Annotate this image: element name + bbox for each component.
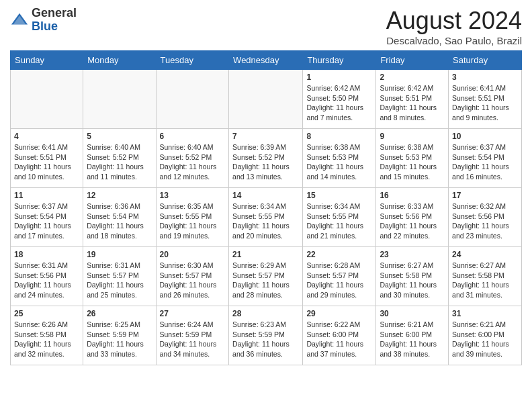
day-number: 23 bbox=[380, 250, 445, 259]
day-info-line: Daylight: 11 hours bbox=[306, 163, 363, 171]
day-info: Sunrise: 6:34 AMSunset: 5:55 PMDaylight:… bbox=[232, 201, 299, 241]
day-info-line: Sunset: 5:50 PM bbox=[306, 94, 359, 102]
weekday-header-wednesday: Wednesday bbox=[229, 51, 303, 70]
calendar-cell: 23Sunrise: 6:27 AMSunset: 5:58 PMDayligh… bbox=[376, 247, 449, 306]
day-info-line: Sunset: 5:56 PM bbox=[380, 212, 432, 220]
day-info-line: Sunset: 6:00 PM bbox=[452, 330, 504, 338]
day-number: 7 bbox=[232, 132, 299, 141]
calendar-cell: 5Sunrise: 6:40 AMSunset: 5:52 PMDaylight… bbox=[83, 129, 156, 188]
calendar-cell: 24Sunrise: 6:27 AMSunset: 5:58 PMDayligh… bbox=[449, 247, 522, 306]
day-info: Sunrise: 6:38 AMSunset: 5:53 PMDaylight:… bbox=[306, 142, 372, 182]
day-info-line: Daylight: 11 hours bbox=[452, 163, 509, 171]
day-info-line: Sunrise: 6:27 AM bbox=[380, 261, 433, 269]
day-info-line: Sunrise: 6:29 AM bbox=[232, 261, 286, 269]
day-info-line: and 36 minutes. bbox=[232, 350, 283, 358]
day-info-line: Sunrise: 6:32 AM bbox=[452, 202, 506, 210]
day-info: Sunrise: 6:35 AMSunset: 5:55 PMDaylight:… bbox=[160, 201, 226, 241]
day-info: Sunrise: 6:42 AMSunset: 5:50 PMDaylight:… bbox=[306, 83, 372, 123]
day-info-line: and 10 minutes. bbox=[14, 173, 64, 181]
calendar-cell: 20Sunrise: 6:30 AMSunset: 5:57 PMDayligh… bbox=[156, 247, 229, 306]
day-number: 12 bbox=[87, 191, 152, 200]
calendar-cell: 29Sunrise: 6:22 AMSunset: 6:00 PMDayligh… bbox=[303, 306, 376, 365]
calendar-cell: 26Sunrise: 6:25 AMSunset: 5:59 PMDayligh… bbox=[83, 306, 156, 365]
day-info-line: Sunset: 5:58 PM bbox=[452, 271, 504, 279]
day-info-line: Daylight: 11 hours bbox=[380, 103, 437, 111]
day-info-line: Sunrise: 6:37 AM bbox=[14, 202, 68, 210]
day-info-line: Sunset: 6:00 PM bbox=[306, 330, 359, 338]
calendar-cell: 1Sunrise: 6:42 AMSunset: 5:50 PMDaylight… bbox=[303, 70, 376, 129]
day-info-line: and 13 minutes. bbox=[232, 173, 283, 181]
day-info: Sunrise: 6:25 AMSunset: 5:59 PMDaylight:… bbox=[87, 320, 152, 359]
day-number: 25 bbox=[14, 309, 79, 318]
calendar-cell: 4Sunrise: 6:41 AMSunset: 5:51 PMDaylight… bbox=[11, 129, 83, 188]
day-info-line: Daylight: 11 hours bbox=[160, 281, 217, 289]
day-info-line: Sunset: 5:53 PM bbox=[306, 153, 359, 161]
day-info-line: Sunrise: 6:27 AM bbox=[452, 261, 506, 269]
day-number: 21 bbox=[232, 250, 299, 259]
weekday-header-monday: Monday bbox=[83, 51, 156, 70]
logo-text: General Blue bbox=[32, 7, 77, 34]
day-info-line: Sunset: 5:51 PM bbox=[452, 94, 504, 102]
weekday-header-saturday: Saturday bbox=[449, 51, 522, 70]
day-info-line: and 37 minutes. bbox=[306, 350, 357, 358]
day-number: 17 bbox=[452, 191, 518, 200]
page-header: General Blue August 2024 Descalvado, Sao… bbox=[10, 7, 522, 46]
day-info-line: Daylight: 11 hours bbox=[232, 222, 290, 230]
calendar-table: SundayMondayTuesdayWednesdayThursdayFrid… bbox=[10, 50, 522, 365]
week-row-5: 25Sunrise: 6:26 AMSunset: 5:58 PMDayligh… bbox=[11, 306, 522, 365]
day-info-line: Daylight: 11 hours bbox=[87, 222, 144, 230]
day-info-line: Daylight: 11 hours bbox=[380, 340, 437, 348]
day-info-line: Sunset: 5:56 PM bbox=[14, 271, 66, 279]
weekday-header-thursday: Thursday bbox=[303, 51, 376, 70]
day-info: Sunrise: 6:21 AMSunset: 6:00 PMDaylight:… bbox=[380, 320, 445, 359]
day-info-line: Sunrise: 6:26 AM bbox=[14, 320, 68, 328]
weekday-header-sunday: Sunday bbox=[11, 51, 83, 70]
day-info: Sunrise: 6:39 AMSunset: 5:52 PMDaylight:… bbox=[232, 142, 299, 182]
title-block: August 2024 Descalvado, Sao Paulo, Brazi… bbox=[386, 7, 522, 46]
day-info-line: and 16 minutes. bbox=[452, 173, 502, 181]
day-info-line: and 12 minutes. bbox=[160, 173, 210, 181]
day-info: Sunrise: 6:36 AMSunset: 5:54 PMDaylight:… bbox=[87, 201, 152, 241]
day-info: Sunrise: 6:23 AMSunset: 5:59 PMDaylight:… bbox=[232, 320, 299, 359]
day-info-line: Sunrise: 6:39 AM bbox=[232, 143, 286, 151]
day-info-line: Daylight: 11 hours bbox=[380, 281, 437, 289]
calendar-cell: 31Sunrise: 6:21 AMSunset: 6:00 PMDayligh… bbox=[449, 306, 522, 365]
day-info-line: Daylight: 11 hours bbox=[14, 281, 71, 289]
day-info-line: and 17 minutes. bbox=[14, 232, 64, 240]
calendar-cell: 27Sunrise: 6:24 AMSunset: 5:59 PMDayligh… bbox=[156, 306, 229, 365]
day-info-line: Sunset: 5:57 PM bbox=[232, 271, 285, 279]
day-info-line: Daylight: 11 hours bbox=[160, 340, 217, 348]
day-info-line: Sunset: 5:58 PM bbox=[380, 271, 432, 279]
day-info: Sunrise: 6:24 AMSunset: 5:59 PMDaylight:… bbox=[160, 320, 226, 359]
day-info-line: Sunrise: 6:31 AM bbox=[87, 261, 140, 269]
day-number: 22 bbox=[306, 250, 372, 259]
day-info-line: Sunrise: 6:23 AM bbox=[232, 320, 286, 328]
day-info-line: Sunset: 5:51 PM bbox=[380, 94, 432, 102]
day-info-line: Daylight: 11 hours bbox=[452, 340, 509, 348]
day-info: Sunrise: 6:21 AMSunset: 6:00 PMDaylight:… bbox=[452, 320, 518, 359]
day-number: 11 bbox=[14, 191, 79, 200]
day-info-line: Sunrise: 6:22 AM bbox=[306, 320, 360, 328]
calendar-cell bbox=[83, 70, 156, 129]
day-info-line: Sunrise: 6:40 AM bbox=[87, 143, 140, 151]
calendar-cell: 12Sunrise: 6:36 AMSunset: 5:54 PMDayligh… bbox=[83, 188, 156, 247]
day-info-line: Sunset: 5:54 PM bbox=[452, 153, 504, 161]
day-info-line: Sunset: 5:55 PM bbox=[232, 212, 285, 220]
calendar-cell: 25Sunrise: 6:26 AMSunset: 5:58 PMDayligh… bbox=[11, 306, 83, 365]
day-number: 1 bbox=[306, 73, 372, 82]
day-info-line: Sunrise: 6:40 AM bbox=[160, 143, 214, 151]
day-info-line: Sunset: 5:59 PM bbox=[232, 330, 285, 338]
weekday-header-friday: Friday bbox=[376, 51, 449, 70]
day-info-line: and 32 minutes. bbox=[14, 350, 64, 358]
calendar-cell: 3Sunrise: 6:41 AMSunset: 5:51 PMDaylight… bbox=[449, 70, 522, 129]
day-info-line: Daylight: 11 hours bbox=[306, 340, 363, 348]
day-info-line: Sunrise: 6:36 AM bbox=[87, 202, 140, 210]
calendar-cell: 15Sunrise: 6:34 AMSunset: 5:55 PMDayligh… bbox=[303, 188, 376, 247]
day-info-line: and 18 minutes. bbox=[87, 232, 137, 240]
day-number: 26 bbox=[87, 309, 152, 318]
calendar-cell: 10Sunrise: 6:37 AMSunset: 5:54 PMDayligh… bbox=[449, 129, 522, 188]
day-info-line: Daylight: 11 hours bbox=[380, 163, 437, 171]
calendar-cell: 13Sunrise: 6:35 AMSunset: 5:55 PMDayligh… bbox=[156, 188, 229, 247]
day-info-line: Sunset: 5:52 PM bbox=[232, 153, 285, 161]
day-info: Sunrise: 6:31 AMSunset: 5:56 PMDaylight:… bbox=[14, 261, 79, 300]
